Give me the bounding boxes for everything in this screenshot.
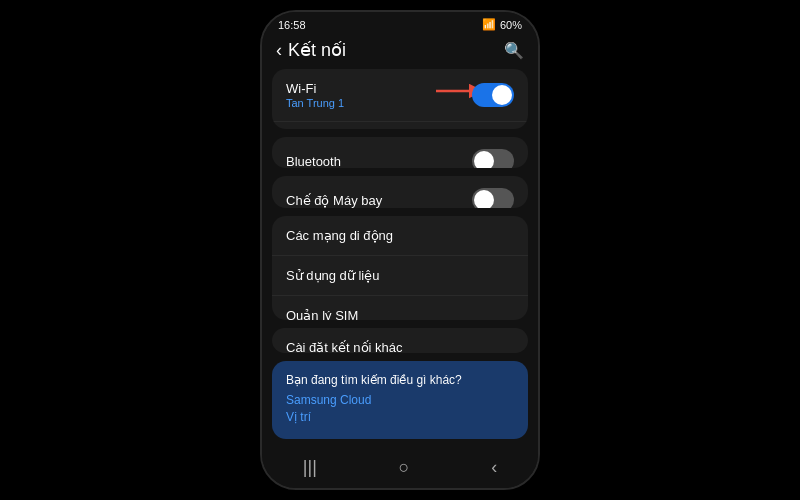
nav-home[interactable]: ○ <box>399 457 410 478</box>
bluetooth-toggle[interactable] <box>472 149 514 168</box>
suggest-link-samsung[interactable]: Samsung Cloud <box>286 393 514 407</box>
wifi-network-name: Tan Trung 1 <box>286 97 344 109</box>
sim-management-item[interactable]: Quản lý SIM <box>272 296 528 320</box>
airplane-label: Chế độ Máy bay <box>286 193 382 208</box>
sim-management-label: Quản lý SIM <box>286 308 358 320</box>
suggest-title: Bạn đang tìm kiếm điều gì khác? <box>286 373 514 387</box>
status-time: 16:58 <box>278 19 306 31</box>
phone-frame: 16:58 📶 60% ‹ Kết nối 🔍 Wi-Fi Tan Trung … <box>260 10 540 490</box>
wifi-card: Wi-Fi Tan Trung 1 <box>272 69 528 129</box>
wifi-right <box>472 83 514 107</box>
wifi-calling-item[interactable]: Wi-Fi Calling <box>272 122 528 129</box>
other-settings-card: Cài đặt kết nối khác <box>272 328 528 353</box>
search-button[interactable]: 🔍 <box>504 41 524 60</box>
nav-back[interactable]: ‹ <box>491 457 497 478</box>
wifi-item-left: Wi-Fi Tan Trung 1 <box>286 81 344 109</box>
suggest-link-location[interactable]: Vị trí <box>286 410 514 424</box>
airplane-item[interactable]: Chế độ Máy bay <box>272 176 528 207</box>
wifi-toggle-track <box>472 83 514 107</box>
network-card: Các mạng di động Sử dụng dữ liệu Quản lý… <box>272 216 528 320</box>
wifi-item[interactable]: Wi-Fi Tan Trung 1 <box>272 69 528 122</box>
status-icons: 📶 60% <box>482 18 522 31</box>
bluetooth-left: Bluetooth <box>286 154 341 169</box>
top-bar-left: ‹ Kết nối <box>276 39 346 61</box>
airplane-toggle[interactable] <box>472 188 514 207</box>
bluetooth-item[interactable]: Bluetooth <box>272 137 528 168</box>
airplane-toggle-track <box>472 188 514 207</box>
bluetooth-label: Bluetooth <box>286 154 341 169</box>
airplane-left: Chế độ Máy bay <box>286 193 382 208</box>
mobile-networks-label: Các mạng di động <box>286 228 393 243</box>
bluetooth-toggle-track <box>472 149 514 168</box>
other-settings-item[interactable]: Cài đặt kết nối khác <box>272 328 528 353</box>
nav-recent-apps[interactable]: ||| <box>303 457 317 478</box>
top-bar: ‹ Kết nối 🔍 <box>262 33 538 69</box>
navbar: ||| ○ ‹ <box>262 449 538 488</box>
airplane-card: Chế độ Máy bay <box>272 176 528 207</box>
settings-content: Wi-Fi Tan Trung 1 <box>262 69 538 449</box>
bluetooth-toggle-thumb <box>474 151 494 168</box>
status-bar: 16:58 📶 60% <box>262 12 538 33</box>
wifi-label: Wi-Fi <box>286 81 344 96</box>
other-settings-label: Cài đặt kết nối khác <box>286 340 403 353</box>
airplane-toggle-thumb <box>474 190 494 207</box>
suggest-card: Bạn đang tìm kiếm điều gì khác? Samsung … <box>272 361 528 439</box>
wifi-toggle-thumb <box>492 85 512 105</box>
mobile-networks-item[interactable]: Các mạng di động <box>272 216 528 256</box>
back-button[interactable]: ‹ <box>276 40 282 61</box>
wifi-toggle[interactable] <box>472 83 514 107</box>
data-usage-label: Sử dụng dữ liệu <box>286 268 379 283</box>
status-signal: 📶 <box>482 18 496 31</box>
bluetooth-card: Bluetooth <box>272 137 528 168</box>
status-battery: 60% <box>500 19 522 31</box>
page-title: Kết nối <box>288 39 346 61</box>
data-usage-item[interactable]: Sử dụng dữ liệu <box>272 256 528 296</box>
